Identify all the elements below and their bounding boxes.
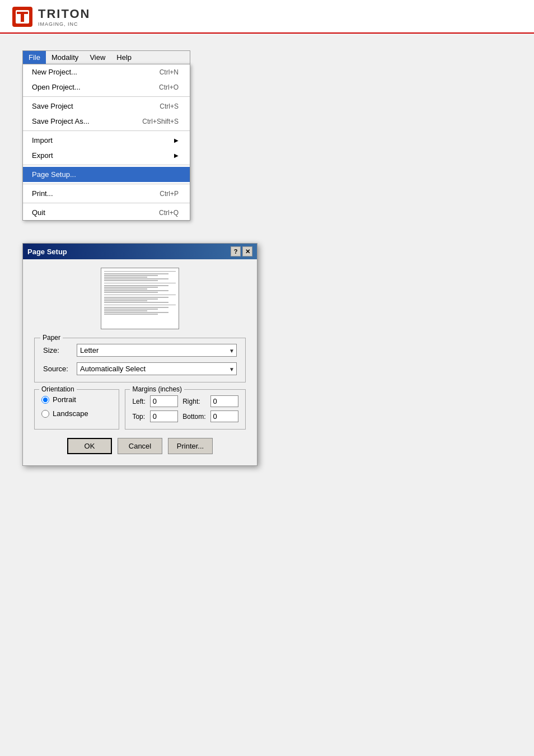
import-arrow-icon: ▶ bbox=[174, 137, 179, 143]
main-content: File Modality View Help New Project... C… bbox=[0, 34, 534, 483]
preview-content-lines bbox=[104, 271, 176, 326]
top-input[interactable] bbox=[150, 410, 178, 422]
menu-item-print[interactable]: Print... Ctrl+P bbox=[23, 186, 190, 201]
menu-item-save-project-as[interactable]: Save Project As... Ctrl+Shift+S bbox=[23, 114, 190, 129]
menu-separator-1 bbox=[23, 96, 190, 97]
menu-separator-5 bbox=[23, 203, 190, 203]
source-select[interactable]: Automatically Select Tray 1 Tray 2 bbox=[77, 362, 237, 375]
menu-item-quit[interactable]: Quit Ctrl+Q bbox=[23, 205, 190, 220]
menu-item-new-project[interactable]: New Project... Ctrl+N bbox=[23, 64, 190, 80]
right-label: Right: bbox=[182, 398, 205, 405]
menu-view[interactable]: View bbox=[84, 51, 111, 64]
page-setup-dialog: Page Setup ? ✕ bbox=[22, 243, 257, 466]
size-select-wrapper: Letter A4 Legal ▼ bbox=[77, 344, 237, 357]
dialog-help-button[interactable]: ? bbox=[231, 246, 241, 256]
cancel-button[interactable]: Cancel bbox=[118, 438, 162, 454]
menu-file[interactable]: File bbox=[23, 51, 46, 64]
menu-item-open-project[interactable]: Open Project... Ctrl+O bbox=[23, 80, 190, 95]
printer-button[interactable]: Printer... bbox=[168, 438, 213, 454]
left-input[interactable] bbox=[150, 395, 178, 407]
landscape-radio[interactable] bbox=[41, 410, 49, 418]
bottom-label: Bottom: bbox=[182, 413, 205, 421]
menu-item-import[interactable]: Import ▶ bbox=[23, 133, 190, 148]
landscape-label: Landscape bbox=[53, 409, 88, 418]
landscape-radio-row: Landscape bbox=[41, 409, 112, 418]
logo-subtitle: IMAGING, INC bbox=[38, 21, 90, 27]
triton-logo-icon bbox=[11, 6, 34, 28]
dialog-close-button[interactable]: ✕ bbox=[242, 246, 252, 256]
svg-rect-3 bbox=[21, 14, 24, 22]
header: TRITON IMAGING, INC bbox=[0, 0, 534, 34]
paper-legend: Paper bbox=[40, 334, 63, 342]
size-label: Size: bbox=[43, 346, 77, 354]
right-input[interactable] bbox=[210, 395, 238, 407]
dialog-title-bar: Page Setup ? ✕ bbox=[23, 244, 257, 259]
export-arrow-icon: ▶ bbox=[174, 152, 179, 158]
margins-legend: Margins (inches) bbox=[130, 385, 184, 393]
menu-item-export[interactable]: Export ▶ bbox=[23, 148, 190, 163]
page-preview bbox=[34, 268, 246, 329]
margins-grid: Left: Right: Top: Bottom: bbox=[132, 395, 238, 422]
menu-item-save-project[interactable]: Save Project Ctrl+S bbox=[23, 99, 190, 114]
portrait-label: Portrait bbox=[53, 395, 76, 404]
menu-bar: File Modality View Help bbox=[22, 50, 190, 64]
dialog-buttons: OK Cancel Printer... bbox=[34, 438, 246, 457]
logo-container: TRITON IMAGING, INC bbox=[11, 6, 90, 28]
dialog-title-buttons: ? ✕ bbox=[231, 246, 252, 256]
size-select[interactable]: Letter A4 Legal bbox=[77, 344, 237, 357]
bottom-sections: Orientation Portrait Landscape Margins (… bbox=[34, 389, 246, 430]
menu-modality[interactable]: Modality bbox=[46, 51, 84, 64]
paper-size-row: Size: Letter A4 Legal ▼ bbox=[43, 344, 237, 357]
ok-button[interactable]: OK bbox=[67, 438, 112, 454]
menu-item-page-setup[interactable]: Page Setup... bbox=[23, 167, 190, 182]
paper-section: Paper Size: Letter A4 Legal ▼ bbox=[34, 338, 246, 382]
svg-rect-2 bbox=[17, 12, 28, 14]
orientation-section: Orientation Portrait Landscape bbox=[34, 389, 119, 430]
bottom-input[interactable] bbox=[210, 410, 238, 422]
orientation-legend: Orientation bbox=[39, 385, 77, 393]
logo-triton: TRITON bbox=[38, 7, 90, 21]
margins-section: Margins (inches) Left: Right: Top: Botto… bbox=[125, 389, 246, 430]
left-label: Left: bbox=[132, 398, 145, 405]
menu-separator-4 bbox=[23, 184, 190, 184]
menu-help[interactable]: Help bbox=[111, 51, 137, 64]
portrait-radio[interactable] bbox=[41, 396, 49, 404]
logo-text: TRITON IMAGING, INC bbox=[38, 7, 90, 27]
menu-separator-2 bbox=[23, 130, 190, 131]
dialog-title: Page Setup bbox=[27, 248, 67, 256]
dialog-overlay: Page Setup ? ✕ bbox=[22, 243, 512, 466]
menu-separator-3 bbox=[23, 165, 190, 165]
top-label: Top: bbox=[132, 413, 145, 421]
source-select-wrapper: Automatically Select Tray 1 Tray 2 ▼ bbox=[77, 362, 237, 375]
source-label: Source: bbox=[43, 365, 77, 373]
file-dropdown-menu: New Project... Ctrl+N Open Project... Ct… bbox=[22, 64, 190, 221]
preview-page-image bbox=[101, 268, 179, 329]
portrait-radio-row: Portrait bbox=[41, 395, 112, 404]
paper-source-row: Source: Automatically Select Tray 1 Tray… bbox=[43, 362, 237, 375]
dialog-body: Paper Size: Letter A4 Legal ▼ bbox=[23, 259, 257, 465]
